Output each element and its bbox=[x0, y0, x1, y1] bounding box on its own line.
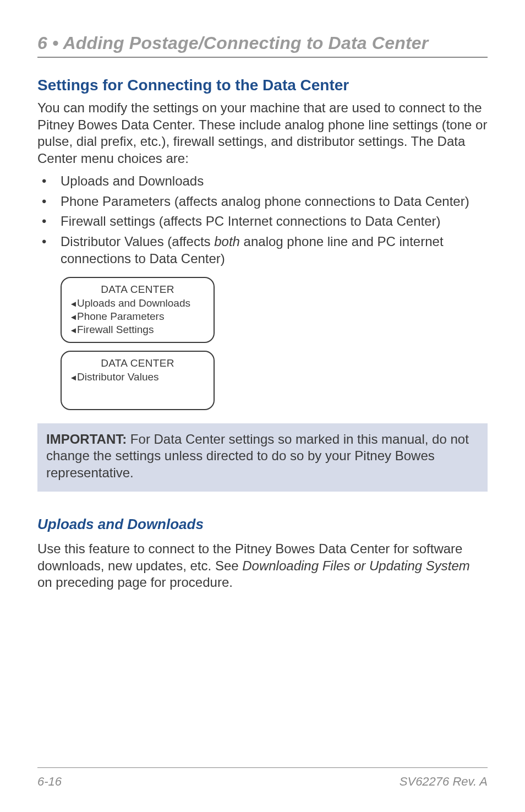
bullet-item: Phone Parameters (affects analog phone c… bbox=[37, 193, 488, 210]
lcd-item-label: Distributor Values bbox=[77, 371, 159, 383]
lcd-item: ◄Firewall Settings bbox=[69, 323, 206, 336]
bullet-item: Distributor Values (affects both analog … bbox=[37, 233, 488, 267]
bullet-item: Firewall settings (affects PC Internet c… bbox=[37, 213, 488, 230]
bullet-text: Firewall settings (affects PC Internet c… bbox=[61, 214, 441, 228]
sub-text-em: Downloading Files or Updating System bbox=[242, 558, 470, 573]
lcd-screen: DATA CENTER ◄Distributor Values bbox=[61, 351, 215, 410]
lcd-item-label: Firewall Settings bbox=[77, 324, 154, 335]
lcd-item-label: Uploads and Downloads bbox=[77, 297, 190, 309]
bullet-text: Uploads and Downloads bbox=[61, 173, 204, 188]
bullet-list: Uploads and Downloads Phone Parameters (… bbox=[37, 173, 488, 268]
left-arrow-icon: ◄ bbox=[69, 312, 77, 323]
section-title: Settings for Connecting to the Data Cent… bbox=[37, 77, 488, 94]
page-number: 6-16 bbox=[37, 775, 62, 789]
lcd-item: ◄Distributor Values bbox=[69, 370, 206, 384]
footer-row: 6-16 SV62276 Rev. A bbox=[37, 775, 488, 789]
lcd-screen: DATA CENTER ◄Uploads and Downloads ◄Phon… bbox=[61, 277, 215, 342]
left-arrow-icon: ◄ bbox=[69, 299, 77, 309]
subheading: Uploads and Downloads bbox=[37, 516, 488, 533]
chapter-rule bbox=[37, 57, 488, 58]
important-callout: IMPORTANT: For Data Center settings so m… bbox=[37, 423, 488, 492]
callout-text: IMPORTANT: For Data Center settings so m… bbox=[46, 431, 479, 482]
left-arrow-icon: ◄ bbox=[69, 325, 77, 336]
lcd-title: DATA CENTER bbox=[69, 357, 206, 369]
bullet-item: Uploads and Downloads bbox=[37, 173, 488, 190]
lcd-title: DATA CENTER bbox=[69, 284, 206, 296]
left-arrow-icon: ◄ bbox=[69, 373, 77, 383]
lcd-item: ◄Uploads and Downloads bbox=[69, 297, 206, 310]
sub-body: Use this feature to connect to the Pitne… bbox=[37, 541, 488, 591]
bullet-text-em: both bbox=[214, 234, 240, 249]
document-rev: SV62276 Rev. A bbox=[400, 775, 488, 789]
lcd-item-label: Phone Parameters bbox=[77, 310, 164, 322]
sub-text: on preceding page for procedure. bbox=[37, 575, 233, 590]
footer-rule bbox=[37, 767, 488, 768]
chapter-title: 6 • Adding Postage/Connecting to Data Ce… bbox=[37, 33, 488, 53]
section-intro: You can modify the settings on your mach… bbox=[37, 100, 488, 167]
bullet-text: Distributor Values (affects bbox=[61, 234, 214, 249]
footer: 6-16 SV62276 Rev. A bbox=[37, 767, 488, 789]
page: 6 • Adding Postage/Connecting to Data Ce… bbox=[0, 0, 525, 812]
bullet-text: Phone Parameters (affects analog phone c… bbox=[61, 194, 469, 209]
callout-label: IMPORTANT: bbox=[46, 432, 127, 446]
lcd-item: ◄Phone Parameters bbox=[69, 310, 206, 323]
